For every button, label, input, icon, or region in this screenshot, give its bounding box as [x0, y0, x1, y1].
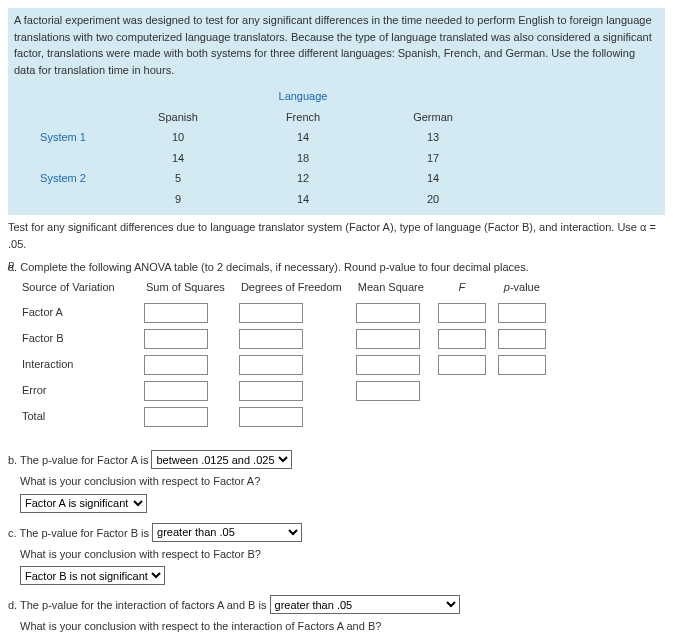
select-pvalue-interaction[interactable]: greater than .05	[270, 595, 460, 614]
anova-header-source: Source of Variation	[22, 279, 138, 300]
part-d-question: What is your conclusion with respect to …	[20, 618, 665, 635]
anova-source-error: Error	[22, 378, 138, 404]
anova-source-factor-b: Factor B	[22, 326, 138, 352]
input-factor-b-df[interactable]	[239, 329, 303, 349]
anova-header-pvalue: p-value	[492, 279, 552, 300]
input-factor-a-f[interactable]	[438, 303, 486, 323]
input-interaction-f[interactable]	[438, 355, 486, 375]
input-total-df[interactable]	[239, 407, 303, 427]
select-conclusion-factor-a[interactable]: Factor A is significant	[20, 494, 147, 513]
anova-source-factor-a: Factor A	[22, 300, 138, 326]
select-pvalue-factor-b[interactable]: greater than .05	[152, 523, 302, 542]
data-cell: 14	[238, 127, 368, 148]
data-cell: 14	[118, 148, 238, 169]
input-factor-b-ms[interactable]	[356, 329, 420, 349]
part-c-question: What is your conclusion with respect to …	[20, 546, 665, 563]
select-conclusion-factor-b[interactable]: Factor B is not significant	[20, 566, 165, 585]
row-label-system-2: System 2	[8, 168, 118, 189]
data-cell: 14	[368, 168, 498, 189]
part-c-text: c. The p-value for Factor B is	[8, 526, 149, 538]
data-cell: 14	[238, 189, 368, 210]
col-header-german: German	[368, 107, 498, 128]
row-label-system-1: System 1	[8, 127, 118, 148]
intro-paragraph: A factorial experiment was designed to t…	[8, 8, 665, 82]
anova-header-df: Degrees of Freedom	[233, 279, 350, 300]
input-error-ss[interactable]	[144, 381, 208, 401]
input-factor-a-ss[interactable]	[144, 303, 208, 323]
input-interaction-ms[interactable]	[356, 355, 420, 375]
input-factor-b-ss[interactable]	[144, 329, 208, 349]
part-c-line: c. The p-value for Factor B is greater t…	[8, 523, 665, 542]
col-header-spanish: Spanish	[118, 107, 238, 128]
input-factor-a-p[interactable]	[498, 303, 546, 323]
data-cell: 5	[118, 168, 238, 189]
select-pvalue-factor-a[interactable]: between .0125 and .025	[151, 450, 292, 469]
row-label	[8, 148, 118, 169]
input-factor-a-ms[interactable]	[356, 303, 420, 323]
part-b-line: b. The p-value for Factor A is between .…	[8, 450, 665, 469]
col-header-french: French	[238, 107, 368, 128]
data-cell: 9	[118, 189, 238, 210]
input-interaction-p[interactable]	[498, 355, 546, 375]
data-cell: 18	[238, 148, 368, 169]
anova-header-ss: Sum of Squares	[138, 279, 233, 300]
data-cell: 12	[238, 168, 368, 189]
part-d-text: d. The p-value for the interaction of fa…	[8, 599, 266, 611]
part-b-question: What is your conclusion with respect to …	[20, 473, 665, 490]
input-total-ss[interactable]	[144, 407, 208, 427]
anova-header-f: F	[432, 279, 492, 300]
input-error-ms[interactable]	[356, 381, 420, 401]
language-super-header: Language	[238, 86, 368, 107]
input-factor-b-f[interactable]	[438, 329, 486, 349]
anova-source-total: Total	[22, 404, 138, 430]
data-cell: 17	[368, 148, 498, 169]
input-interaction-df[interactable]	[239, 355, 303, 375]
data-cell: 13	[368, 127, 498, 148]
input-factor-a-df[interactable]	[239, 303, 303, 323]
anova-header-ms: Mean Square	[350, 279, 432, 300]
anova-source-interaction: Interaction	[22, 352, 138, 378]
input-interaction-ss[interactable]	[144, 355, 208, 375]
input-factor-b-p[interactable]	[498, 329, 546, 349]
part-a-prompt-text: a. Complete the following ANOVA table (t…	[8, 259, 665, 276]
row-label	[8, 189, 118, 210]
data-cell: 20	[368, 189, 498, 210]
data-table-container: Language Spanish French German System 1 …	[8, 82, 665, 215]
anova-table: Source of Variation Sum of Squares Degre…	[22, 279, 552, 430]
test-instruction: Test for any significant differences due…	[8, 219, 665, 252]
data-cell: 10	[118, 127, 238, 148]
part-d-line: d. The p-value for the interaction of fa…	[8, 595, 665, 614]
input-error-df[interactable]	[239, 381, 303, 401]
part-b-text: b. The p-value for Factor A is	[8, 454, 148, 466]
data-table: Language Spanish French German System 1 …	[8, 86, 665, 209]
